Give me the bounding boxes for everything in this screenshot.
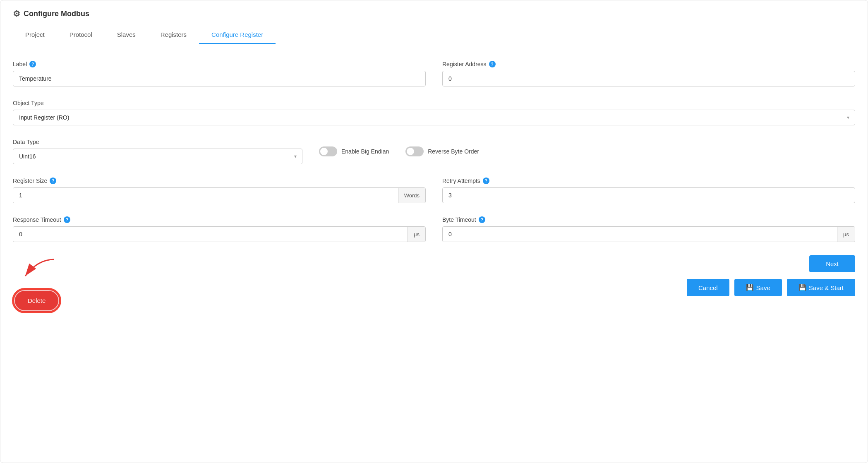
register-address-input[interactable] bbox=[442, 71, 855, 86]
row-label-address: Label ? Register Address ? bbox=[13, 61, 855, 86]
group-register-address: Register Address ? bbox=[442, 61, 855, 86]
register-address-label: Register Address ? bbox=[442, 61, 855, 67]
page-header: ⚙ Configure Modbus Project Protocol Slav… bbox=[0, 0, 868, 44]
response-timeout-input-group: μs bbox=[13, 226, 426, 242]
group-response-timeout: Response Timeout ? μs bbox=[13, 216, 426, 242]
row-object-type: Object Type Input Register (RO) Coil (RW… bbox=[13, 100, 855, 125]
data-type-select-wrapper: Uint16 Int16 Uint32 Int32 Float32 Float6… bbox=[13, 149, 302, 164]
data-type-select[interactable]: Uint16 Int16 Uint32 Int32 Float32 Float6… bbox=[13, 149, 302, 164]
label-field-label: Label ? bbox=[13, 61, 426, 67]
group-object-type: Object Type Input Register (RO) Coil (RW… bbox=[13, 100, 855, 125]
delete-btn-wrapper: Delete bbox=[13, 289, 60, 312]
group-byte-timeout: Byte Timeout ? μs bbox=[442, 216, 855, 242]
page-wrapper: ⚙ Configure Modbus Project Protocol Slav… bbox=[0, 0, 868, 463]
byte-timeout-input[interactable] bbox=[443, 227, 837, 242]
bottom-buttons: Cancel 💾 Save 💾 Save & Start bbox=[687, 279, 855, 296]
object-type-select[interactable]: Input Register (RO) Coil (RW) Discrete I… bbox=[13, 110, 855, 125]
row-register-size-retry: Register Size ? Words Retry Attempts ? bbox=[13, 178, 855, 203]
tab-slaves[interactable]: Slaves bbox=[105, 26, 148, 44]
retry-attempts-help-icon[interactable]: ? bbox=[483, 178, 489, 184]
retry-attempts-input[interactable] bbox=[442, 187, 855, 203]
response-timeout-unit: μs bbox=[408, 227, 425, 242]
delete-button[interactable]: Delete bbox=[15, 291, 58, 310]
object-type-select-wrapper: Input Register (RO) Coil (RW) Discrete I… bbox=[13, 110, 855, 125]
byte-timeout-input-group: μs bbox=[442, 226, 855, 242]
toggles-group: Enable Big Endian Reverse Byte Order bbox=[319, 146, 479, 156]
response-timeout-input[interactable] bbox=[13, 227, 408, 242]
gear-icon: ⚙ bbox=[13, 9, 20, 19]
right-actions: Next Cancel 💾 Save 💾 Save & Start bbox=[687, 255, 855, 296]
tab-configure-register[interactable]: Configure Register bbox=[199, 26, 276, 44]
response-timeout-label: Response Timeout ? bbox=[13, 216, 426, 223]
delete-area: Delete bbox=[13, 255, 62, 312]
data-type-label: Data Type bbox=[13, 139, 302, 145]
reverse-byte-slider bbox=[405, 146, 424, 156]
tabs-bar: Project Protocol Slaves Registers Config… bbox=[13, 26, 855, 44]
register-size-input[interactable] bbox=[13, 188, 398, 203]
tab-project[interactable]: Project bbox=[13, 26, 57, 44]
register-address-help-icon[interactable]: ? bbox=[489, 61, 496, 67]
arrow-svg bbox=[13, 255, 62, 280]
big-endian-toggle[interactable] bbox=[319, 146, 337, 156]
tab-registers[interactable]: Registers bbox=[148, 26, 199, 44]
title-text: Configure Modbus bbox=[24, 10, 89, 18]
row-timeouts: Response Timeout ? μs Byte Timeout ? μs bbox=[13, 216, 855, 242]
byte-timeout-label: Byte Timeout ? bbox=[442, 216, 855, 223]
reverse-byte-label: Reverse Byte Order bbox=[428, 148, 479, 155]
form-body: Label ? Register Address ? Object Type bbox=[0, 44, 868, 325]
save-start-icon: 💾 bbox=[798, 284, 806, 291]
big-endian-slider bbox=[319, 146, 337, 156]
register-size-unit: Words bbox=[398, 188, 425, 203]
label-help-icon[interactable]: ? bbox=[29, 61, 36, 67]
reverse-byte-toggle[interactable] bbox=[405, 146, 424, 156]
register-size-label: Register Size ? bbox=[13, 178, 426, 184]
save-icon: 💾 bbox=[746, 284, 754, 291]
page-title: ⚙ Configure Modbus bbox=[13, 9, 855, 19]
object-type-label: Object Type bbox=[13, 100, 855, 106]
tab-protocol[interactable]: Protocol bbox=[57, 26, 105, 44]
save-button[interactable]: 💾 Save bbox=[734, 279, 782, 296]
row-data-type: Data Type Uint16 Int16 Uint32 Int32 Floa… bbox=[13, 139, 855, 164]
group-register-size: Register Size ? Words bbox=[13, 178, 426, 203]
label-input[interactable] bbox=[13, 71, 426, 86]
arrow-annotation bbox=[13, 255, 62, 281]
group-data-type: Data Type Uint16 Int16 Uint32 Int32 Floa… bbox=[13, 139, 302, 164]
register-size-input-group: Words bbox=[13, 187, 426, 203]
next-button[interactable]: Next bbox=[809, 255, 855, 272]
big-endian-label: Enable Big Endian bbox=[341, 148, 389, 155]
group-retry-attempts: Retry Attempts ? bbox=[442, 178, 855, 203]
cancel-button[interactable]: Cancel bbox=[687, 279, 729, 296]
save-start-button[interactable]: 💾 Save & Start bbox=[787, 279, 855, 296]
retry-attempts-label: Retry Attempts ? bbox=[442, 178, 855, 184]
group-label: Label ? bbox=[13, 61, 426, 86]
response-timeout-help-icon[interactable]: ? bbox=[64, 216, 70, 223]
byte-timeout-help-icon[interactable]: ? bbox=[479, 216, 485, 223]
byte-timeout-unit: μs bbox=[837, 227, 855, 242]
toggle-big-endian: Enable Big Endian bbox=[319, 146, 389, 156]
toggle-reverse-byte: Reverse Byte Order bbox=[405, 146, 479, 156]
footer-actions: Delete Next Cancel 💾 Save 💾 Save & Start bbox=[13, 255, 855, 312]
register-size-help-icon[interactable]: ? bbox=[50, 178, 56, 184]
